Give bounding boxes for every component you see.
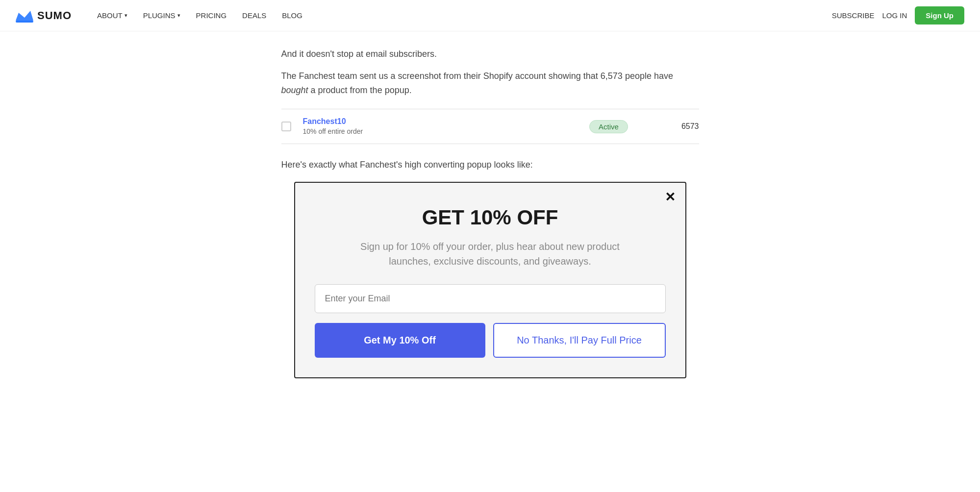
login-link[interactable]: LOG IN — [882, 11, 907, 20]
nav-pricing[interactable]: PRICING — [190, 7, 233, 24]
crown-icon — [16, 9, 33, 23]
close-button[interactable]: ✕ — [665, 191, 676, 203]
email-input[interactable] — [315, 284, 666, 313]
name-column: Fanchest10 10% off entire order — [303, 117, 558, 136]
popup-description: Here's exactly what Fanchest's high conv… — [281, 160, 699, 170]
popup-subtitle: Sign up for 10% off your order, plus hea… — [343, 239, 637, 269]
row-checkbox[interactable] — [281, 122, 291, 131]
popup-title: GET 10% OFF — [315, 206, 666, 229]
navbar: SUMO ABOUT ▾ PLUGINS ▾ PRICING DEALS BLO… — [0, 0, 980, 31]
popup-modal: ✕ GET 10% OFF Sign up for 10% off your o… — [294, 182, 686, 378]
count-column: 6573 — [660, 122, 699, 131]
status-column: Active — [570, 120, 648, 133]
chevron-down-icon: ▾ — [177, 12, 180, 19]
logo[interactable]: SUMO — [16, 9, 72, 23]
status-badge: Active — [589, 120, 628, 133]
popup-buttons: Get My 10% Off No Thanks, I'll Pay Full … — [315, 323, 666, 358]
nav-items: ABOUT ▾ PLUGINS ▾ PRICING DEALS BLOG — [91, 7, 832, 24]
subscribe-link[interactable]: SUBSCRIBE — [832, 11, 875, 20]
chevron-down-icon: ▾ — [125, 12, 127, 19]
table-row: Fanchest10 10% off entire order Active 6… — [281, 117, 699, 136]
nav-deals[interactable]: DEALS — [236, 7, 272, 24]
coupon-subtitle: 10% off entire order — [303, 127, 363, 135]
logo-text: SUMO — [37, 9, 72, 22]
svg-rect-1 — [16, 21, 33, 23]
table-section: Fanchest10 10% off entire order Active 6… — [281, 109, 699, 144]
get-discount-button[interactable]: Get My 10% Off — [315, 323, 485, 358]
main-content: And it doesn't stop at email subscribers… — [270, 31, 711, 394]
nav-about[interactable]: ABOUT ▾ — [91, 7, 133, 24]
coupon-name-link[interactable]: Fanchest10 — [303, 117, 558, 126]
signup-button[interactable]: Sign Up — [915, 6, 964, 25]
no-thanks-button[interactable]: No Thanks, I'll Pay Full Price — [493, 323, 666, 358]
intro-line2-before: The Fanchest team sent us a screenshot f… — [281, 71, 673, 81]
intro-italic: bought — [281, 85, 308, 95]
intro-line1: And it doesn't stop at email subscribers… — [281, 47, 699, 61]
intro-line2-after: a product from the popup. — [308, 85, 412, 95]
nav-plugins[interactable]: PLUGINS ▾ — [137, 7, 186, 24]
svg-marker-0 — [16, 11, 33, 21]
count-value: 6573 — [681, 122, 699, 130]
intro-line2: The Fanchest team sent us a screenshot f… — [281, 69, 699, 98]
nav-blog[interactable]: BLOG — [276, 7, 308, 24]
navbar-right: SUBSCRIBE LOG IN Sign Up — [832, 6, 964, 25]
